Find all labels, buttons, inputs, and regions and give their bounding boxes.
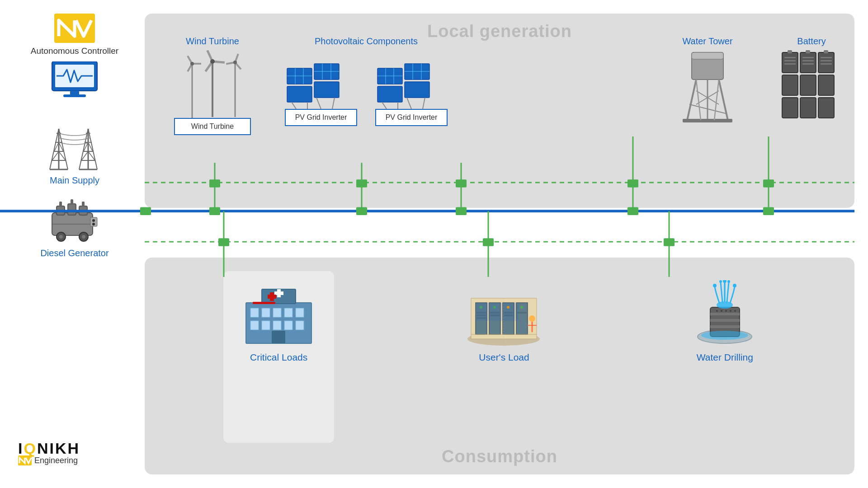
diesel-generator-section: Diesel Generator: [40, 199, 108, 258]
svg-rect-100: [800, 52, 816, 73]
battery-item: Battery: [778, 36, 845, 127]
ioniki-logo: IQNIKH Engineering: [18, 440, 80, 465]
controller-section: Autonomous Controller: [31, 14, 118, 99]
svg-rect-77: [405, 82, 429, 98]
critical-loads-icon: [239, 280, 318, 347]
svg-rect-99: [782, 52, 798, 73]
wind-turbine-inverter: Wind Turbine: [174, 118, 251, 135]
svg-rect-33: [59, 202, 62, 207]
svg-rect-196: [763, 207, 774, 215]
svg-rect-124: [284, 308, 292, 317]
pv-inverter-1: PV Grid Inverter: [285, 109, 357, 126]
svg-rect-111: [784, 57, 796, 58]
svg-rect-127: [262, 321, 270, 330]
svg-line-84: [382, 102, 387, 109]
svg-rect-161: [476, 303, 519, 321]
users-load-item: User's Load: [446, 271, 561, 443]
svg-point-59: [233, 61, 237, 64]
ioniki-text: IQNIKH: [18, 440, 80, 457]
svg-rect-34: [71, 199, 73, 205]
water-tower-item: Water Tower: [678, 36, 737, 127]
svg-rect-112: [784, 60, 796, 61]
critical-loads-item: Critical Loads: [223, 271, 334, 443]
wind-turbine-label: Wind Turbine: [186, 36, 239, 47]
svg-rect-109: [806, 50, 810, 53]
controller-logo: [54, 14, 95, 43]
svg-rect-89: [692, 52, 723, 59]
svg-rect-201: [483, 238, 494, 246]
svg-rect-130: [296, 321, 304, 330]
pv-array-1: PV Grid Inverter: [285, 50, 357, 126]
consumption-title: Consumption: [145, 447, 854, 466]
svg-line-70: [292, 102, 296, 109]
water-drilling-label: Water Drilling: [697, 352, 753, 363]
svg-rect-103: [800, 75, 816, 95]
local-generation-panel: Local generation Wind Turbine: [145, 14, 854, 208]
svg-point-174: [719, 280, 722, 283]
battery-label: Battery: [797, 36, 826, 47]
svg-point-147: [520, 306, 523, 309]
diesel-generator-icon: [43, 199, 106, 246]
svg-rect-117: [821, 57, 832, 58]
svg-point-42: [92, 219, 95, 222]
svg-point-54: [210, 59, 215, 64]
svg-line-98: [714, 80, 719, 120]
svg-rect-129: [284, 321, 292, 330]
svg-rect-193: [627, 207, 638, 215]
svg-point-170: [730, 310, 731, 312]
water-tower-label: Water Tower: [682, 36, 732, 47]
users-load-label: User's Load: [479, 352, 529, 363]
svg-rect-107: [818, 98, 834, 118]
pv-components-section: Photovoltaic Components: [285, 36, 448, 126]
svg-rect-131: [272, 331, 285, 343]
svg-rect-203: [664, 238, 675, 246]
svg-point-43: [92, 223, 95, 225]
svg-point-39: [59, 235, 63, 239]
svg-rect-114: [802, 57, 814, 58]
svg-rect-113: [784, 63, 796, 65]
pv-array-2: PV Grid Inverter: [375, 50, 448, 126]
main-supply-section: Main Supply: [43, 122, 106, 186]
svg-rect-165: [710, 319, 740, 322]
svg-rect-104: [818, 75, 834, 95]
svg-line-87: [423, 98, 425, 109]
svg-rect-115: [802, 60, 814, 61]
consumption-items-row: Critical Loads: [145, 258, 854, 474]
svg-rect-122: [262, 308, 270, 317]
svg-line-73: [332, 98, 335, 109]
svg-point-40: [82, 235, 85, 239]
svg-point-168: [721, 310, 722, 312]
svg-line-97: [696, 80, 701, 120]
svg-rect-199: [218, 238, 229, 246]
svg-rect-128: [273, 321, 281, 330]
svg-rect-123: [273, 308, 281, 317]
svg-rect-102: [782, 75, 798, 95]
svg-rect-106: [800, 98, 816, 118]
svg-rect-35: [82, 202, 85, 207]
svg-point-167: [716, 310, 718, 312]
svg-rect-119: [821, 63, 832, 65]
svg-rect-110: [824, 50, 828, 53]
svg-rect-4: [63, 94, 86, 97]
main-supply-icon: [43, 122, 106, 174]
svg-rect-134: [277, 289, 281, 297]
ioniki-subtitle: Engineering: [18, 455, 78, 465]
svg-rect-184: [209, 207, 220, 215]
main-diagram: Local generation Wind Turbine: [145, 14, 854, 474]
svg-point-173: [713, 284, 717, 287]
controller-label: Autonomous Controller: [31, 46, 118, 57]
svg-point-177: [733, 284, 736, 287]
svg-rect-164: [710, 313, 740, 315]
users-load-icon: [462, 280, 546, 347]
svg-rect-125: [296, 308, 304, 317]
wind-turbine-icon: [172, 50, 253, 118]
svg-rect-32: [79, 206, 87, 215]
water-drilling-item: Water Drilling: [674, 271, 776, 443]
svg-rect-108: [788, 50, 792, 53]
svg-rect-137: [253, 302, 275, 304]
svg-point-178: [701, 331, 748, 340]
svg-point-158: [529, 315, 535, 322]
svg-line-91: [719, 80, 728, 120]
diesel-generator-label: Diesel Generator: [40, 248, 108, 258]
svg-rect-118: [821, 60, 832, 61]
